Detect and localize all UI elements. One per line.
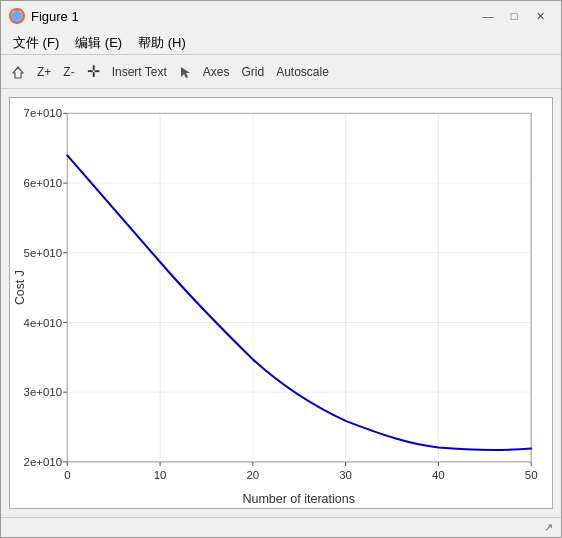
- title-controls: — □ ✕: [475, 5, 553, 27]
- autoscale-button[interactable]: Autoscale: [272, 59, 333, 85]
- svg-text:Cost J: Cost J: [12, 270, 26, 305]
- svg-text:3e+010: 3e+010: [24, 386, 63, 398]
- minimize-button[interactable]: —: [475, 5, 501, 27]
- svg-text:4e+010: 4e+010: [24, 317, 63, 329]
- chart-svg: 7e+010 6e+010 5e+010 4e+010 3e+010 2e+01…: [10, 98, 552, 508]
- svg-text:50: 50: [525, 469, 538, 481]
- zoom-out-button[interactable]: Z-: [59, 59, 78, 85]
- menu-help[interactable]: 帮助 (H): [130, 32, 194, 54]
- svg-text:0: 0: [64, 469, 70, 481]
- pan-button[interactable]: ✛: [83, 59, 104, 85]
- svg-text:20: 20: [246, 469, 259, 481]
- svg-text:7e+010: 7e+010: [24, 108, 63, 120]
- svg-text:6e+010: 6e+010: [24, 177, 63, 189]
- title-bar: Figure 1 — □ ✕: [1, 1, 561, 31]
- svg-text:Number of iterations: Number of iterations: [242, 492, 355, 506]
- status-bar: ↗: [1, 517, 561, 537]
- menu-file[interactable]: 文件 (F): [5, 32, 67, 54]
- maximize-button[interactable]: □: [501, 5, 527, 27]
- grid-button[interactable]: Grid: [238, 59, 269, 85]
- home-button[interactable]: [7, 59, 29, 85]
- close-button[interactable]: ✕: [527, 5, 553, 27]
- svg-rect-1: [67, 113, 531, 462]
- chart-inner: 7e+010 6e+010 5e+010 4e+010 3e+010 2e+01…: [10, 98, 552, 508]
- svg-text:30: 30: [339, 469, 352, 481]
- toolbar: Z+ Z- ✛ Insert Text Axes Grid Autoscale: [1, 55, 561, 89]
- menu-edit[interactable]: 编辑 (E): [67, 32, 130, 54]
- menu-bar: 文件 (F) 编辑 (E) 帮助 (H): [1, 31, 561, 55]
- svg-text:10: 10: [154, 469, 167, 481]
- zoom-in-button[interactable]: Z+: [33, 59, 55, 85]
- window-title: Figure 1: [31, 9, 475, 24]
- window-icon: [9, 8, 25, 24]
- insert-text-button[interactable]: Insert Text: [108, 59, 171, 85]
- axes-button[interactable]: Axes: [199, 59, 234, 85]
- status-icon: ↗: [544, 521, 553, 534]
- select-button[interactable]: [175, 59, 195, 85]
- svg-text:5e+010: 5e+010: [24, 247, 63, 259]
- svg-text:2e+010: 2e+010: [24, 456, 63, 468]
- svg-text:40: 40: [432, 469, 445, 481]
- main-window: Figure 1 — □ ✕ 文件 (F) 编辑 (E) 帮助 (H) Z+ Z…: [0, 0, 562, 538]
- chart-area: 7e+010 6e+010 5e+010 4e+010 3e+010 2e+01…: [9, 97, 553, 509]
